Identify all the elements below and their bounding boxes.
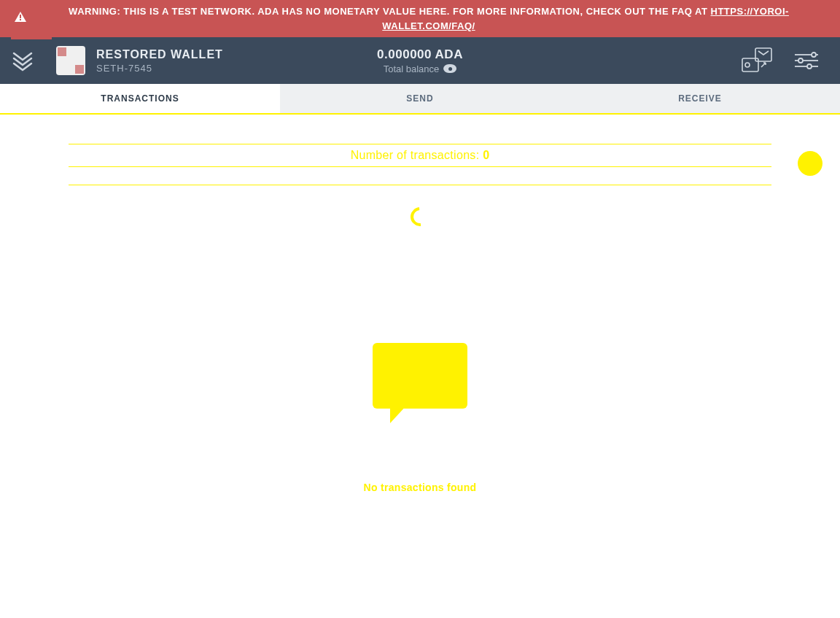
svg-point-10 — [807, 64, 812, 69]
tab-transactions[interactable]: TRANSACTIONS — [0, 84, 280, 113]
wallet-info: RESTORED WALLET SETH-7545 — [96, 48, 223, 74]
export-fab-button[interactable] — [798, 151, 822, 176]
divider — [69, 185, 771, 185]
header-accent-strip — [11, 37, 52, 39]
balance-label: Total balance — [384, 63, 440, 74]
warning-text-prefix: WARNING: THIS IS A TEST NETWORK. ADA HAS… — [69, 6, 710, 17]
empty-state: No transactions found — [35, 343, 805, 493]
balance-amount: 0.000000 ADA — [377, 47, 463, 62]
transaction-count-value: 0 — [483, 149, 489, 161]
header-actions — [741, 47, 818, 74]
loading-spinner-icon — [407, 204, 434, 231]
svg-rect-1 — [20, 19, 21, 20]
wallet-name: RESTORED WALLET — [96, 48, 223, 61]
svg-rect-0 — [20, 15, 21, 18]
wallet-identicon — [56, 46, 85, 75]
wallet-tabs: TRANSACTIONS SEND RECEIVE — [0, 84, 840, 115]
settings-sliders-icon[interactable] — [795, 52, 818, 69]
svg-point-4 — [745, 63, 750, 67]
svg-point-6 — [812, 53, 816, 57]
svg-point-8 — [798, 58, 803, 63]
tab-receive[interactable]: RECEIVE — [560, 84, 840, 113]
balance-area: 0.000000 ADA Total balance — [377, 47, 463, 74]
tab-send[interactable]: SEND — [280, 84, 560, 113]
warning-text: WARNING: THIS IS A TEST NETWORK. ADA HAS… — [32, 4, 825, 33]
balance-label-row: Total balance — [384, 63, 457, 74]
test-network-warning-banner: WARNING: THIS IS A TEST NETWORK. ADA HAS… — [0, 0, 840, 37]
wallet-subtitle: SETH-7545 — [96, 63, 223, 74]
yoroi-logo-icon[interactable] — [11, 49, 34, 72]
transaction-count-row: Number of transactions: 0 — [69, 144, 771, 167]
warning-triangle-icon — [15, 11, 26, 26]
transaction-count-label: Number of transactions: — [351, 149, 483, 161]
eye-icon[interactable] — [443, 64, 456, 73]
transactions-content: Number of transactions: 0 No transaction… — [0, 115, 840, 522]
wallet-header-bar: RESTORED WALLET SETH-7545 0.000000 ADA T… — [0, 37, 840, 84]
speech-bubble-icon — [373, 343, 467, 409]
wallet-transfer-icon[interactable] — [741, 47, 773, 74]
empty-state-text: No transactions found — [364, 482, 477, 493]
